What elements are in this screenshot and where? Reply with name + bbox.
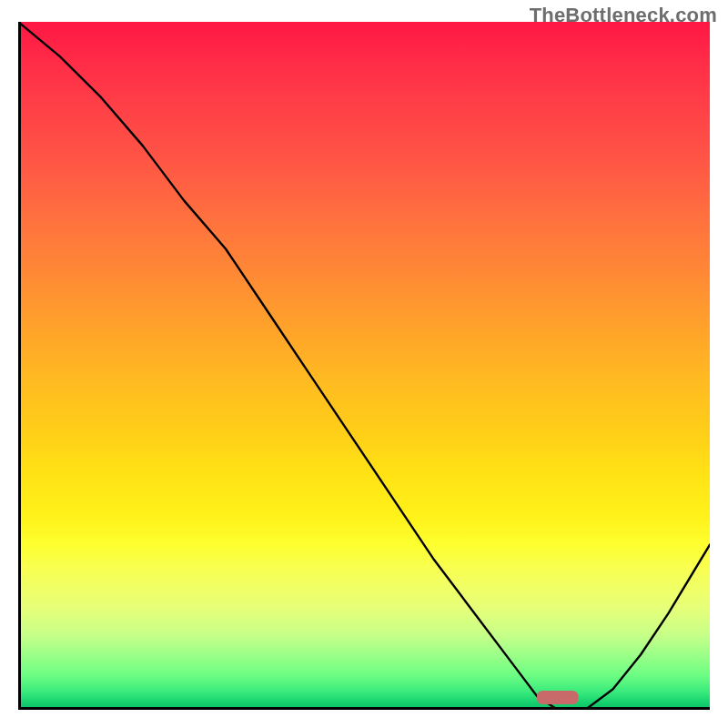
chart-container: TheBottleneck.com — [0, 0, 728, 728]
watermark-text: TheBottleneck.com — [530, 4, 717, 27]
plot-area — [18, 22, 710, 710]
bottleneck-curve — [18, 22, 710, 710]
optimal-marker — [537, 691, 579, 704]
chart-overlay-svg — [18, 22, 710, 710]
